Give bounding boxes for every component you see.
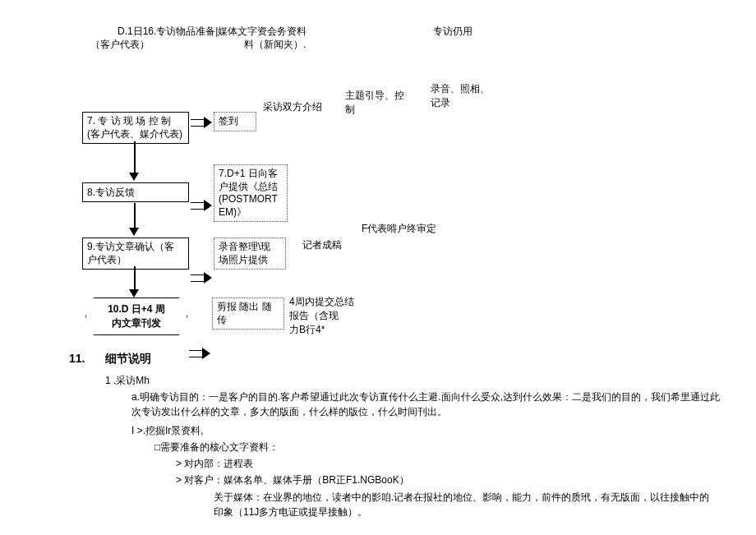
flow-box-8r-l3: (POSTMORT <box>219 193 283 206</box>
annot-topic-l2: 制 <box>345 103 419 117</box>
arrow-7r <box>191 118 212 132</box>
annot-review: F代表嘚户终审定 <box>362 222 436 236</box>
flow-box-9-l2: 户代表） <box>87 254 184 267</box>
flow-box-10r: 剪报 随出 随 传 <box>212 297 284 330</box>
annot-media-l1: 录音、照相、 <box>431 82 505 96</box>
annot-topic: 主题引导、控 制 <box>345 89 419 117</box>
sub-1-b-1-1: > 对内部：进程表 <box>176 457 253 471</box>
sub-1-b-1-3: 关于媒体：在业界的地位，读者中的影咱.记者在报社的地位、影响，能力，前件的质玳，… <box>214 490 715 519</box>
flow-box-8: 8.专访反馈 <box>82 182 189 202</box>
arrowhead-8-9 <box>129 228 139 236</box>
top-line2-left: （客户代表） <box>90 38 150 52</box>
annot-topic-l1: 主题引导、控 <box>345 89 419 103</box>
arrow-8r <box>191 201 212 215</box>
flow-box-8r-l1: 7.D+1 日向客 <box>219 168 283 181</box>
section-number: 11. <box>69 352 85 365</box>
flow-box-10-l2: 内文章刊发 <box>93 316 180 330</box>
flow-box-7r: 签到 <box>214 112 256 131</box>
flow-box-10-l1: 10.D 日+4 周 <box>93 302 180 316</box>
flow-box-10r-l1: 剪报 随出 随 <box>217 301 279 314</box>
arrowhead-9-10 <box>129 289 139 297</box>
annot-intro: 采访双方介绍 <box>263 100 322 114</box>
flow-box-9: 9.专访文章确认（客 户代表） <box>82 238 189 270</box>
flow-box-9r-l1: 录音整理\现 <box>219 241 281 254</box>
section-title: 细节说明 <box>105 352 151 367</box>
sub-1-b-title: I >.挖掘Ir景资料, <box>131 424 204 438</box>
annot-media-l2: 记录 <box>431 96 505 110</box>
arrow-9r <box>191 273 212 288</box>
arrowhead-7-8 <box>129 173 139 181</box>
annot-report4w-l2: 报告（含现 <box>289 309 371 323</box>
top-line2-mid: 料（新闻夹）. <box>244 38 306 52</box>
annot-report4w-l1: 4周内提交总结 <box>289 295 371 309</box>
arrow-10r <box>189 348 210 363</box>
top-line1-left: D.1日16.专访物品准备|媒体文字资会务资料 <box>118 25 307 39</box>
flow-box-9-l1: 9.专访文章确认（客 <box>87 241 184 254</box>
annot-report4w: 4周内提交总结 报告（含现 力B行4* <box>289 295 371 337</box>
flow-box-7-l1: 7. 专 访 现 场 控 制 <box>87 115 184 128</box>
annot-media: 录音、照相、 记录 <box>431 82 505 110</box>
line-9-10 <box>134 266 136 289</box>
annot-report4w-l3: 力B行4* <box>289 323 371 337</box>
flow-box-7: 7. 专 访 现 场 控 制 (客户代表、媒介代表) <box>82 112 189 144</box>
flow-box-8r: 7.D+1 日向客 户提供《总结 (POSTMORT EM)》 <box>214 164 288 222</box>
flow-box-8r-l4: EM)》 <box>219 206 283 219</box>
flow-box-8r-l2: 户提供《总结 <box>219 181 283 194</box>
sub-1-b-1-2: > 对客户：媒体名单、媒体手册（BR正F1.NGBooK） <box>176 473 409 487</box>
flow-box-8-text: 8.专访反馈 <box>87 187 135 198</box>
flow-box-7-l2: (客户代表、媒介代表) <box>87 128 184 141</box>
flow-box-10r-l2: 传 <box>217 314 279 327</box>
top-line1-right: 专访仍用 <box>433 25 472 39</box>
line-7-8 <box>134 141 136 173</box>
flow-box-10: 10.D 日+4 周 内文章刊发 <box>85 297 187 335</box>
annot-reporter: 记者成稿 <box>302 238 342 252</box>
flow-box-9r: 录音整理\现 场照片提供 <box>214 238 286 270</box>
sub-1-a: a.明确专访目的：一是客户的目的.客户希望通过此次专访直传什么主避.面向什么受众… <box>131 390 723 419</box>
sub-1-b-1: □需要准备的核心文字资料： <box>154 440 279 454</box>
flow-box-9r-l2: 场照片提供 <box>219 254 281 267</box>
sub-1-title: 1 .采访Mh <box>105 374 150 388</box>
line-8-9 <box>134 203 136 228</box>
